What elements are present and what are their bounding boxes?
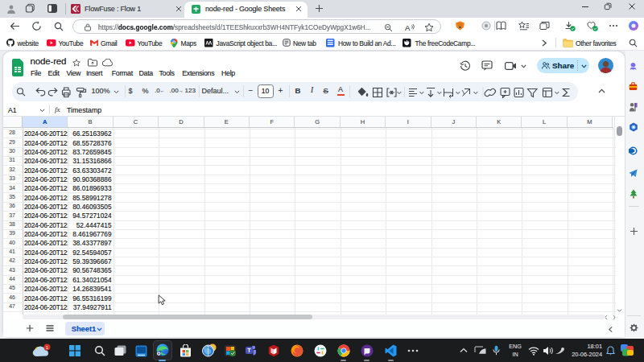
svg-text:A: A	[405, 23, 411, 32]
